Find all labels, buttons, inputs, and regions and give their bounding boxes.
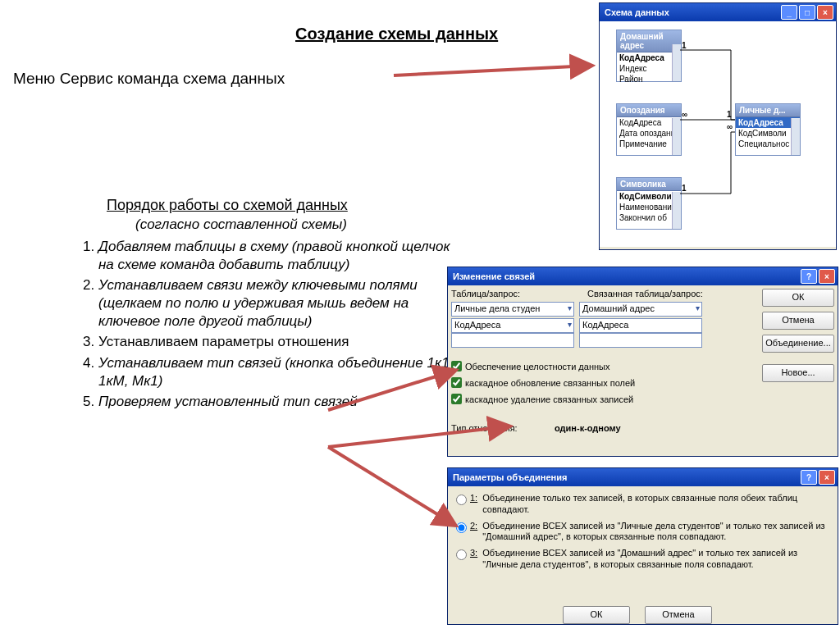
table-title: Опоздания bbox=[617, 104, 681, 117]
svg-line-3 bbox=[328, 447, 454, 525]
edit-relationships-dialog: Изменение связей ? × Таблица/запрос: Свя… bbox=[447, 267, 838, 457]
table-title: Личные д... bbox=[736, 104, 800, 117]
join-title: Параметры объединения bbox=[453, 472, 567, 482]
table-combo[interactable]: Личные дела студен bbox=[451, 302, 574, 317]
schema-title: Схема данных bbox=[605, 7, 669, 17]
help-button[interactable]: ? bbox=[801, 269, 817, 284]
scrollbar[interactable] bbox=[791, 118, 800, 155]
cancel-button[interactable]: Отмена bbox=[762, 312, 834, 330]
schema-canvas[interactable]: Домашний адрес КодАдреса Индекс Район Оп… bbox=[600, 21, 836, 247]
rel-mark: 1 bbox=[682, 41, 687, 50]
new-button[interactable]: Новое... bbox=[762, 364, 834, 382]
edit-title: Изменение связей bbox=[453, 271, 535, 281]
join-option-1[interactable]: 1:Объединение только тех записей, в кото… bbox=[456, 493, 829, 516]
steps-list: Добавляем таблицы в схему (правой кнопко… bbox=[78, 238, 455, 413]
table-title: Символика bbox=[617, 178, 681, 191]
empty-cell[interactable] bbox=[451, 333, 574, 348]
join-options-dialog: Параметры объединения ? × 1:Объединение … bbox=[447, 467, 838, 625]
schema-window: Схема данных _ □ × Домашний адрес КодАдр… bbox=[599, 2, 837, 250]
label-table: Таблица/запрос: bbox=[451, 289, 520, 299]
close-button[interactable]: × bbox=[817, 5, 833, 20]
cancel-button[interactable]: Отмена bbox=[645, 606, 712, 624]
svg-line-0 bbox=[394, 66, 591, 75]
scrollbar[interactable] bbox=[672, 44, 681, 81]
scrollbar[interactable] bbox=[672, 118, 681, 155]
table-personal[interactable]: Личные д... КодАдреса КодСимволи Специал… bbox=[735, 103, 801, 156]
step-item: Устанавливаем параметры отношения bbox=[98, 334, 349, 349]
help-button[interactable]: ? bbox=[801, 470, 817, 485]
maximize-button[interactable]: □ bbox=[799, 5, 815, 20]
join-option-3[interactable]: 3:Объединение ВСЕХ записей из "Домашний … bbox=[456, 548, 829, 571]
rel-mark: ∞ bbox=[727, 122, 733, 131]
label-related: Связанная таблица/запрос: bbox=[587, 289, 703, 299]
section-heading: Порядок работы со схемой данных bbox=[107, 197, 348, 214]
close-button[interactable]: × bbox=[819, 470, 835, 485]
ok-button[interactable]: ОК bbox=[563, 606, 630, 624]
table-home[interactable]: Домашний адрес КодАдреса Индекс Район bbox=[616, 30, 682, 82]
reltype-value: один-к-одному bbox=[555, 423, 621, 433]
check-integrity[interactable]: Обеспечение целостности данных bbox=[451, 361, 609, 371]
page-title: Создание схемы данных bbox=[295, 25, 498, 43]
join-option-2[interactable]: 2:Объединение ВСЕХ записей из "Личные де… bbox=[456, 521, 829, 544]
check-cascade-delete[interactable]: каскадное удаление связанных записей bbox=[451, 394, 633, 404]
check-cascade-update[interactable]: каскадное обновление связанных полей bbox=[451, 377, 635, 388]
edit-titlebar[interactable]: Изменение связей ? × bbox=[448, 267, 838, 285]
related-combo[interactable]: Домашний адрес bbox=[579, 302, 702, 317]
join-button[interactable]: Объединение... bbox=[762, 335, 834, 353]
ok-button[interactable]: ОК bbox=[762, 289, 834, 307]
section-subhead: (согласно составленной схемы) bbox=[135, 217, 347, 233]
left-field-combo[interactable]: КодАдреса bbox=[451, 318, 574, 333]
minimize-button[interactable]: _ bbox=[781, 5, 797, 20]
rel-mark: 1 bbox=[727, 110, 732, 119]
step-item: Устанавливаем тип связей (кнопка объедин… bbox=[98, 355, 453, 389]
step-item: Проверяем установленный тип связей bbox=[98, 394, 358, 409]
step-item: Добавляем таблицы в схему (правой кнопко… bbox=[98, 239, 450, 272]
right-field-cell[interactable]: КодАдреса bbox=[579, 318, 702, 333]
table-sym[interactable]: Символика КодСимволи Наименовани Закончи… bbox=[616, 177, 682, 230]
menu-command-text: Меню Сервис команда схема данных bbox=[13, 70, 285, 88]
rel-mark: ∞ bbox=[682, 110, 687, 119]
label-reltype: Тип отношения: bbox=[451, 423, 518, 433]
scrollbar[interactable] bbox=[672, 192, 681, 229]
close-button[interactable]: × bbox=[819, 269, 835, 284]
table-late[interactable]: Опоздания КодАдреса Дата опоздания Приме… bbox=[616, 103, 682, 156]
join-titlebar[interactable]: Параметры объединения ? × bbox=[448, 468, 838, 486]
step-item: Устанавливаем связи между ключевыми поля… bbox=[98, 277, 418, 329]
schema-titlebar[interactable]: Схема данных _ □ × bbox=[600, 3, 836, 21]
rel-mark: 1 bbox=[682, 184, 687, 193]
empty-cell[interactable] bbox=[579, 333, 702, 348]
